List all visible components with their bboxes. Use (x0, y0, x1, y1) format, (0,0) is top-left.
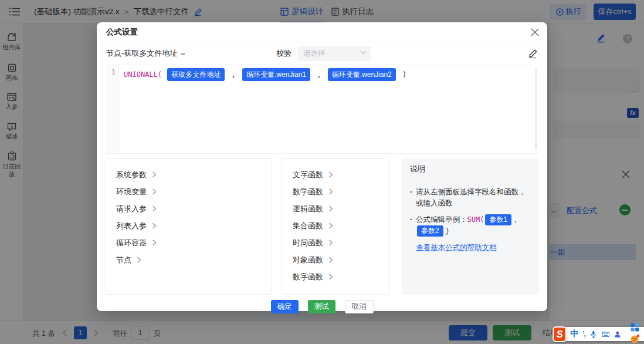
chevron-right-icon (328, 257, 333, 263)
ime-bar: 中 ’, (564, 327, 644, 341)
account-icon[interactable] (614, 329, 622, 339)
help-tip-1: 请从左侧面板选择字段名和函数，或输入函数 (410, 187, 531, 209)
func-group-label: 集合函数 (293, 221, 323, 231)
field-group-request-params[interactable]: 请求入参 (116, 200, 260, 217)
formula-close-paren: ) (402, 70, 406, 79)
func-group-label: 数学函数 (293, 187, 323, 197)
modal-footer: 确定 测试 取消 (97, 300, 547, 313)
fields-panel: 系统参数 环境变量 请求入参 列表入参 循环容器 (105, 158, 272, 295)
app-window: (基础版本) 功能演示v2.x > 下载选中行文件 逻辑设计 (0, 0, 644, 344)
chevron-right-icon (328, 222, 333, 229)
keyboard-icon[interactable] (602, 329, 610, 339)
func-group-object[interactable]: 对象函数 (293, 251, 379, 268)
cancel-button[interactable]: 取消 (345, 300, 374, 313)
help-tip-2: 公式编辑举例： SUM( 参数1 , 参数2 ) (410, 214, 531, 237)
formula-target-row: 节点-获取多文件地址 = 校验 请选择 (97, 42, 547, 65)
func-group-math[interactable]: 数学函数 (293, 183, 379, 200)
field-group-label: 列表入参 (116, 221, 147, 231)
modal-panels: 系统参数 环境变量 请求入参 列表入参 循环容器 (97, 154, 547, 295)
formula-function: UNIONALL( (124, 70, 162, 79)
functions-panel: 文字函数 数学函数 逻辑函数 集合函数 时间函数 (282, 158, 390, 295)
emoji-icon[interactable] (630, 334, 640, 344)
chevron-right-icon (328, 205, 333, 212)
ime-lang-toggle[interactable]: 中 (570, 329, 578, 339)
chevron-right-icon (137, 257, 141, 263)
func-group-label: 文字函数 (293, 170, 323, 180)
skins-grid-icon[interactable] (630, 322, 640, 332)
field-group-list-params[interactable]: 列表入参 (116, 217, 260, 234)
chevron-right-icon (328, 274, 333, 280)
line-number: 1 (111, 68, 116, 76)
formula-separator: , (232, 70, 236, 79)
field-group-env-vars[interactable]: 环境变量 (116, 183, 260, 200)
ime-punct-toggle[interactable]: ’, (582, 330, 585, 338)
func-group-label: 逻辑函数 (293, 204, 323, 214)
editor-gutter: 1 (106, 65, 119, 153)
formula-editor[interactable]: 1 UNIONALL( 获取多文件地址 , 循环变量.wenJian1 , 循环… (106, 65, 538, 154)
chevron-right-icon (152, 222, 157, 229)
field-group-label: 环境变量 (116, 187, 147, 197)
confirm-button[interactable]: 确定 (271, 300, 299, 313)
field-group-loop-container[interactable]: 循环容器 (116, 234, 260, 251)
editor-scrollbar[interactable] (535, 68, 537, 150)
chevron-right-icon (328, 171, 333, 178)
chevron-right-icon (328, 188, 333, 195)
chevron-right-icon (152, 240, 157, 246)
help-example-separator: , (514, 214, 516, 225)
func-group-label: 对象函数 (293, 255, 323, 265)
microphone-icon[interactable] (589, 329, 598, 339)
chevron-right-icon (328, 240, 333, 246)
modal-title: 公式设置 (106, 27, 138, 38)
chevron-right-icon (152, 205, 157, 212)
func-group-collection[interactable]: 集合函数 (293, 217, 379, 234)
help-example-arg: 参数1 (485, 214, 511, 225)
func-group-logic[interactable]: 逻辑函数 (293, 200, 379, 217)
validate-label: 校验 (276, 48, 292, 59)
help-example-label: 公式编辑举例： (416, 214, 467, 225)
modal-header: 公式设置 (97, 22, 547, 42)
chevron-down-icon (360, 50, 366, 55)
sogou-logo-icon[interactable]: S (553, 326, 567, 342)
help-example-function: SUM( (467, 214, 484, 225)
field-group-nodes[interactable]: 节点 (116, 251, 260, 268)
editor-code-area[interactable]: UNIONALL( 获取多文件地址 , 循环变量.wenJian1 , 循环变量… (119, 65, 538, 153)
field-group-label: 系统参数 (116, 170, 147, 180)
help-example-arg: 参数2 (417, 225, 443, 237)
func-group-number[interactable]: 数字函数 (293, 268, 379, 285)
help-doc-link[interactable]: 查看基本公式的帮助文档 (416, 243, 497, 253)
chevron-right-icon (152, 171, 157, 178)
field-group-label: 节点 (116, 255, 131, 265)
field-group-label: 循环容器 (116, 238, 147, 248)
edit-formula-icon[interactable] (528, 49, 538, 59)
validate-select[interactable]: 请选择 (297, 46, 371, 61)
help-panel-title: 说明 (402, 158, 539, 180)
modal-test-button[interactable]: 测试 (308, 300, 335, 313)
formula-token[interactable]: 循环变量.wenJian1 (242, 68, 310, 81)
func-group-text[interactable]: 文字函数 (293, 166, 379, 183)
formula-token[interactable]: 循环变量.wenJian2 (328, 68, 396, 81)
formula-settings-modal: 公式设置 节点-获取多文件地址 = 校验 请选择 1 (97, 22, 547, 311)
formula-separator: , (317, 70, 321, 79)
help-panel: 说明 请从左侧面板选择字段名和函数，或输入函数 公式编辑举例： SUM( 参数1… (402, 158, 539, 295)
func-group-label: 时间函数 (293, 238, 323, 248)
field-group-label: 请求入参 (116, 204, 147, 214)
ime-toolbar: S 中 ’, (553, 326, 644, 342)
func-group-label: 数字函数 (293, 272, 323, 282)
validate-select-placeholder: 请选择 (303, 49, 326, 58)
close-icon[interactable] (531, 28, 539, 36)
chevron-right-icon (152, 188, 157, 195)
field-group-system-params[interactable]: 系统参数 (116, 166, 260, 183)
equals-sign: = (181, 49, 185, 58)
formula-token[interactable]: 获取多文件地址 (167, 68, 225, 81)
func-group-time[interactable]: 时间函数 (293, 234, 379, 251)
help-example-close-paren: ) (446, 225, 449, 237)
formula-target-label: 节点-获取多文件地址 (106, 48, 177, 59)
